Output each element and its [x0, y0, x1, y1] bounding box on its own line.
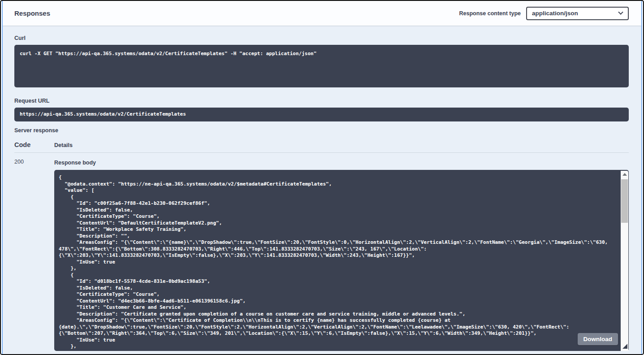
responses-title: Responses: [14, 9, 50, 17]
responses-section-header: Responses Response content type applicat…: [3, 1, 641, 26]
request-url-value: https://api-qa.365.systems/odata/v2/Cert…: [14, 108, 629, 121]
response-content-type-value: application/json: [532, 10, 578, 17]
curl-command-block[interactable]: curl -X GET "https://api-qa.365.systems/…: [14, 45, 629, 87]
arrow-up-icon: [622, 173, 627, 176]
status-code: 200: [14, 153, 54, 351]
operation-block: Responses Response content type applicat…: [2, 1, 642, 354]
response-body-container: { "@odata.context": "https://ne-api-qa.3…: [54, 170, 629, 351]
scrollbar-thumb[interactable]: [621, 179, 628, 223]
response-row-200: 200 Response body { "@odata.context": "h…: [14, 153, 629, 351]
response-details-cell: Response body { "@odata.context": "https…: [54, 153, 629, 351]
response-content-type-select[interactable]: application/json: [526, 7, 629, 20]
screenshot-frame: Responses Response content type applicat…: [0, 0, 644, 355]
download-button[interactable]: Download: [578, 333, 618, 345]
response-body-scrollbar[interactable]: [621, 171, 628, 351]
scroll-up-button[interactable]: [621, 171, 628, 178]
chevron-down-icon: [618, 9, 623, 14]
response-body-label: Response body: [54, 153, 629, 166]
resize-grip-icon[interactable]: [622, 344, 627, 349]
curl-label: Curl: [14, 35, 629, 41]
server-response-label: Server response: [14, 127, 629, 134]
responses-section-body: Curl curl -X GET "https://api-qa.365.sys…: [3, 35, 641, 351]
details-column-header: Details: [54, 142, 73, 148]
request-url-label: Request URL: [14, 98, 629, 104]
response-content-type-label: Response content type: [459, 10, 521, 17]
response-content-type-control: Response content type application/json: [459, 7, 629, 20]
server-response-table-header: Code Details: [14, 141, 629, 148]
code-column-header: Code: [14, 141, 54, 148]
response-body-text[interactable]: { "@odata.context": "https://ne-api-qa.3…: [54, 170, 629, 351]
